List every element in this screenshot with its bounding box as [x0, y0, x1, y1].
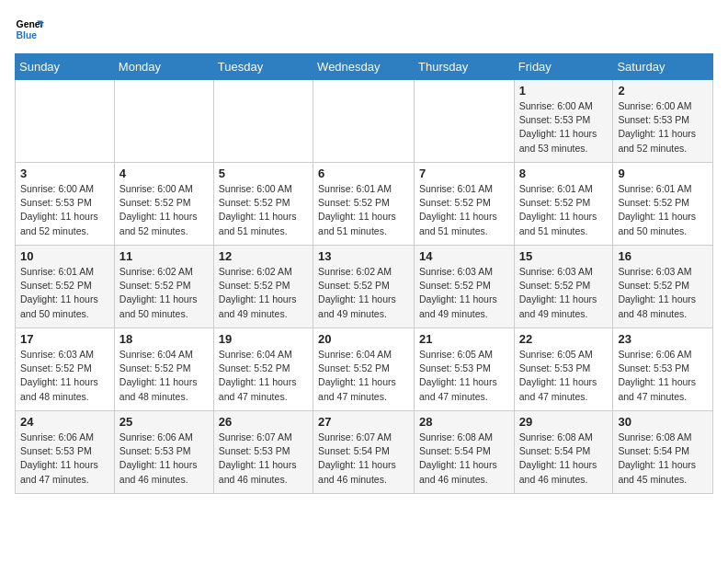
day-number: 28: [419, 415, 509, 429]
day-info: Sunrise: 6:04 AMSunset: 5:52 PMDaylight:…: [219, 348, 308, 404]
weekday-header-saturday: Saturday: [613, 54, 713, 80]
calendar-week-row: 17Sunrise: 6:03 AMSunset: 5:52 PMDayligh…: [16, 328, 713, 411]
day-info: Sunrise: 6:03 AMSunset: 5:52 PMDaylight:…: [618, 265, 708, 321]
day-number: 22: [519, 332, 609, 346]
weekday-header-thursday: Thursday: [415, 54, 515, 80]
day-number: 13: [318, 249, 409, 263]
day-info: Sunrise: 6:08 AMSunset: 5:54 PMDaylight:…: [419, 431, 509, 487]
day-number: 11: [119, 249, 209, 263]
weekday-header-monday: Monday: [114, 54, 213, 80]
day-number: 3: [20, 167, 109, 180]
calendar-cell: 12Sunrise: 6:02 AMSunset: 5:52 PMDayligh…: [213, 246, 313, 328]
svg-text:Blue: Blue: [17, 30, 38, 40]
day-number: 26: [219, 415, 308, 429]
calendar-cell: 6Sunrise: 6:01 AMSunset: 5:52 PMDaylight…: [313, 163, 415, 246]
calendar-week-row: 3Sunrise: 6:00 AMSunset: 5:53 PMDaylight…: [16, 163, 713, 246]
day-number: 30: [618, 415, 708, 429]
day-number: 4: [119, 167, 209, 180]
calendar-body: 1Sunrise: 6:00 AMSunset: 5:53 PMDaylight…: [16, 80, 713, 494]
day-info: Sunrise: 6:08 AMSunset: 5:54 PMDaylight:…: [519, 431, 609, 487]
day-info: Sunrise: 6:07 AMSunset: 5:54 PMDaylight:…: [318, 431, 409, 487]
day-number: 16: [618, 249, 708, 263]
calendar-cell: 11Sunrise: 6:02 AMSunset: 5:52 PMDayligh…: [114, 246, 213, 328]
calendar-cell: 7Sunrise: 6:01 AMSunset: 5:52 PMDaylight…: [415, 163, 515, 246]
day-info: Sunrise: 6:00 AMSunset: 5:53 PMDaylight:…: [618, 99, 708, 155]
day-info: Sunrise: 6:01 AMSunset: 5:52 PMDaylight:…: [318, 182, 409, 238]
day-info: Sunrise: 6:01 AMSunset: 5:52 PMDaylight:…: [519, 182, 609, 238]
day-number: 8: [519, 167, 609, 180]
calendar-cell: 20Sunrise: 6:04 AMSunset: 5:52 PMDayligh…: [313, 328, 415, 411]
weekday-header-wednesday: Wednesday: [313, 54, 415, 80]
calendar-cell: 25Sunrise: 6:06 AMSunset: 5:53 PMDayligh…: [114, 411, 213, 494]
calendar-cell: [213, 80, 313, 163]
calendar-cell: 27Sunrise: 6:07 AMSunset: 5:54 PMDayligh…: [313, 411, 415, 494]
calendar-week-row: 1Sunrise: 6:00 AMSunset: 5:53 PMDaylight…: [16, 80, 713, 163]
day-info: Sunrise: 6:00 AMSunset: 5:53 PMDaylight:…: [20, 182, 109, 238]
logo: General Blue: [15, 15, 48, 44]
day-info: Sunrise: 6:05 AMSunset: 5:53 PMDaylight:…: [419, 348, 509, 404]
day-info: Sunrise: 6:03 AMSunset: 5:52 PMDaylight:…: [20, 348, 109, 404]
calendar-table: SundayMondayTuesdayWednesdayThursdayFrid…: [15, 53, 713, 494]
day-number: 14: [419, 249, 509, 263]
calendar-cell: 3Sunrise: 6:00 AMSunset: 5:53 PMDaylight…: [16, 163, 115, 246]
calendar-cell: [16, 80, 115, 163]
day-info: Sunrise: 6:04 AMSunset: 5:52 PMDaylight:…: [119, 348, 209, 404]
day-number: 24: [20, 415, 109, 429]
day-number: 2: [618, 84, 708, 98]
calendar-week-row: 10Sunrise: 6:01 AMSunset: 5:52 PMDayligh…: [16, 246, 713, 328]
calendar-cell: 10Sunrise: 6:01 AMSunset: 5:52 PMDayligh…: [16, 246, 115, 328]
day-info: Sunrise: 6:01 AMSunset: 5:52 PMDaylight:…: [618, 182, 708, 238]
day-info: Sunrise: 6:07 AMSunset: 5:53 PMDaylight:…: [219, 431, 308, 487]
calendar-week-row: 24Sunrise: 6:06 AMSunset: 5:53 PMDayligh…: [16, 411, 713, 494]
day-info: Sunrise: 6:05 AMSunset: 5:53 PMDaylight:…: [519, 348, 609, 404]
day-number: 25: [119, 415, 209, 429]
calendar-cell: 26Sunrise: 6:07 AMSunset: 5:53 PMDayligh…: [213, 411, 313, 494]
day-info: Sunrise: 6:00 AMSunset: 5:53 PMDaylight:…: [519, 99, 609, 155]
day-info: Sunrise: 6:08 AMSunset: 5:54 PMDaylight:…: [618, 431, 708, 487]
logo-icon: General Blue: [15, 15, 44, 44]
day-info: Sunrise: 6:06 AMSunset: 5:53 PMDaylight:…: [20, 431, 109, 487]
page-header: General Blue: [15, 15, 713, 44]
calendar-cell: 19Sunrise: 6:04 AMSunset: 5:52 PMDayligh…: [213, 328, 313, 411]
calendar-cell: 24Sunrise: 6:06 AMSunset: 5:53 PMDayligh…: [16, 411, 115, 494]
calendar-cell: [114, 80, 213, 163]
day-info: Sunrise: 6:01 AMSunset: 5:52 PMDaylight:…: [20, 265, 109, 321]
day-number: 23: [618, 332, 708, 346]
calendar-cell: 1Sunrise: 6:00 AMSunset: 5:53 PMDaylight…: [514, 80, 613, 163]
day-number: 19: [219, 332, 308, 346]
weekday-header-tuesday: Tuesday: [213, 54, 313, 80]
calendar-cell: 16Sunrise: 6:03 AMSunset: 5:52 PMDayligh…: [613, 246, 713, 328]
day-info: Sunrise: 6:00 AMSunset: 5:52 PMDaylight:…: [219, 182, 308, 238]
day-number: 5: [219, 167, 308, 180]
calendar-cell: 14Sunrise: 6:03 AMSunset: 5:52 PMDayligh…: [415, 246, 515, 328]
day-number: 27: [318, 415, 409, 429]
calendar-cell: [313, 80, 415, 163]
calendar-header: SundayMondayTuesdayWednesdayThursdayFrid…: [16, 54, 713, 80]
day-number: 29: [519, 415, 609, 429]
weekday-header-friday: Friday: [514, 54, 613, 80]
calendar-cell: 4Sunrise: 6:00 AMSunset: 5:52 PMDaylight…: [114, 163, 213, 246]
calendar-cell: 21Sunrise: 6:05 AMSunset: 5:53 PMDayligh…: [415, 328, 515, 411]
day-info: Sunrise: 6:03 AMSunset: 5:52 PMDaylight:…: [519, 265, 609, 321]
calendar-cell: 17Sunrise: 6:03 AMSunset: 5:52 PMDayligh…: [16, 328, 115, 411]
calendar-cell: 30Sunrise: 6:08 AMSunset: 5:54 PMDayligh…: [613, 411, 713, 494]
day-info: Sunrise: 6:02 AMSunset: 5:52 PMDaylight:…: [219, 265, 308, 321]
calendar-cell: 13Sunrise: 6:02 AMSunset: 5:52 PMDayligh…: [313, 246, 415, 328]
day-number: 15: [519, 249, 609, 263]
day-info: Sunrise: 6:01 AMSunset: 5:52 PMDaylight:…: [419, 182, 509, 238]
calendar-cell: 22Sunrise: 6:05 AMSunset: 5:53 PMDayligh…: [514, 328, 613, 411]
day-info: Sunrise: 6:02 AMSunset: 5:52 PMDaylight:…: [318, 265, 409, 321]
day-info: Sunrise: 6:06 AMSunset: 5:53 PMDaylight:…: [618, 348, 708, 404]
calendar-cell: 28Sunrise: 6:08 AMSunset: 5:54 PMDayligh…: [415, 411, 515, 494]
calendar-cell: 29Sunrise: 6:08 AMSunset: 5:54 PMDayligh…: [514, 411, 613, 494]
calendar-cell: 9Sunrise: 6:01 AMSunset: 5:52 PMDaylight…: [613, 163, 713, 246]
calendar-cell: 15Sunrise: 6:03 AMSunset: 5:52 PMDayligh…: [514, 246, 613, 328]
day-number: 12: [219, 249, 308, 263]
day-number: 21: [419, 332, 509, 346]
calendar-cell: 5Sunrise: 6:00 AMSunset: 5:52 PMDaylight…: [213, 163, 313, 246]
day-info: Sunrise: 6:04 AMSunset: 5:52 PMDaylight:…: [318, 348, 409, 404]
day-number: 20: [318, 332, 409, 346]
calendar-cell: 2Sunrise: 6:00 AMSunset: 5:53 PMDaylight…: [613, 80, 713, 163]
day-number: 7: [419, 167, 509, 180]
weekday-header-row: SundayMondayTuesdayWednesdayThursdayFrid…: [16, 54, 713, 80]
